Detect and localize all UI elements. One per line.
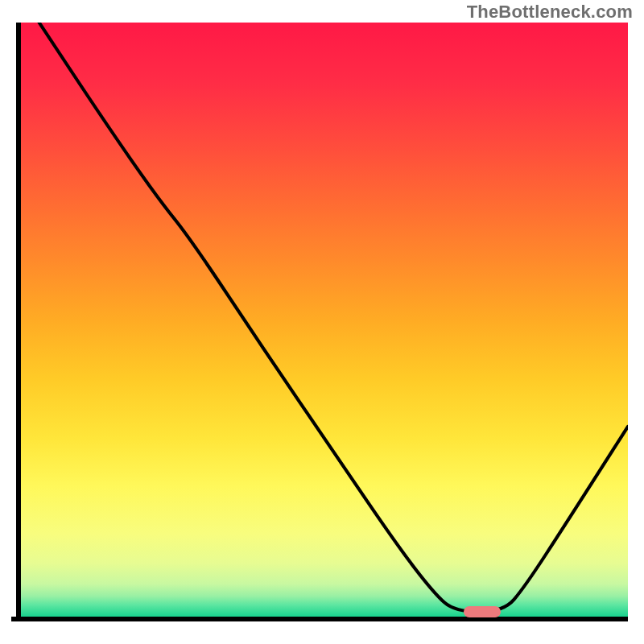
watermark-text: TheBottleneck.com: [467, 2, 633, 23]
bottleneck-chart: TheBottleneck.com: [0, 0, 644, 644]
x-axis: [16, 617, 628, 621]
origin-tick: [11, 617, 21, 621]
y-axis: [16, 23, 21, 621]
optimal-marker: [464, 606, 500, 617]
plot-region: [0, 0, 644, 644]
curve-layer: [21, 23, 628, 617]
bottleneck-curve-path: [39, 23, 628, 612]
